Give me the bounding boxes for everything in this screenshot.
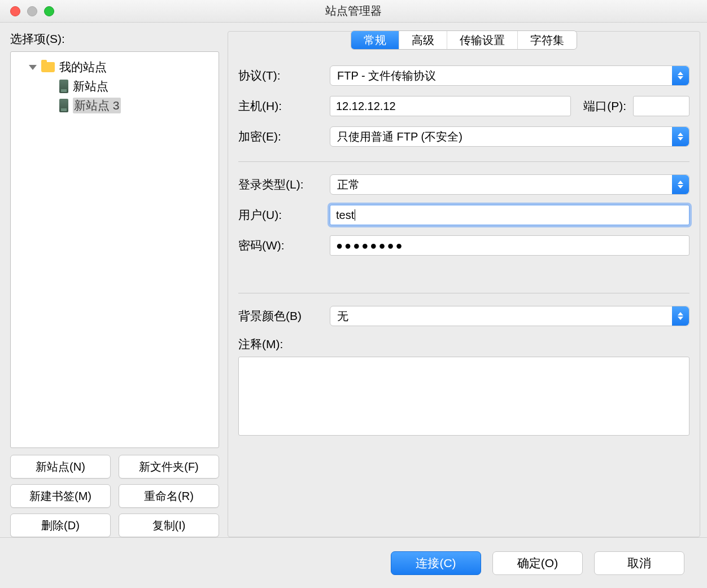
protocol-select[interactable]: FTP - 文件传输协议 — [330, 65, 689, 86]
tree-root-label: 我的站点 — [59, 59, 107, 75]
bottom-bar: 连接(C) 确定(O) 取消 — [0, 537, 707, 588]
logon-type-label: 登录类型(L): — [238, 177, 323, 192]
window-title: 站点管理器 — [0, 3, 707, 19]
logon-type-value: 正常 — [337, 177, 360, 192]
protocol-label: 协议(T): — [238, 68, 323, 84]
user-input[interactable]: test — [330, 205, 689, 225]
tab-general[interactable]: 常规 — [351, 31, 399, 49]
delete-button[interactable]: 删除(D) — [10, 514, 111, 537]
user-value: test — [336, 209, 354, 222]
tree-item[interactable]: 新站点 — [15, 77, 214, 96]
text-cursor — [355, 209, 355, 221]
left-panel: 选择项(S): 我的站点 新站点 新站点 3 新站点(N) 新文件夹(F) 新建… — [10, 31, 219, 537]
comment-textarea[interactable] — [238, 357, 689, 436]
new-site-button[interactable]: 新站点(N) — [10, 455, 111, 479]
entries-label: 选择项(S): — [10, 31, 219, 47]
tree-item-label: 新站点 3 — [73, 98, 121, 113]
tree-root[interactable]: 我的站点 — [15, 58, 214, 77]
folder-icon — [41, 62, 55, 72]
copy-button[interactable]: 复制(I) — [119, 514, 219, 537]
protocol-value: FTP - 文件传输协议 — [337, 68, 436, 84]
host-input[interactable] — [330, 96, 571, 116]
disclosure-icon[interactable] — [29, 65, 37, 70]
bgcolor-value: 无 — [337, 309, 348, 324]
user-label: 用户(U): — [238, 207, 323, 223]
tab-advanced[interactable]: 高级 — [399, 31, 447, 49]
password-value: ●●●●●●●● — [336, 239, 404, 252]
dropdown-arrows-icon — [672, 306, 689, 326]
divider — [238, 161, 689, 162]
tab-transfer[interactable]: 传输设置 — [447, 31, 518, 49]
port-label: 端口(P): — [583, 98, 626, 114]
dropdown-arrows-icon — [672, 127, 689, 146]
new-folder-button[interactable]: 新文件夹(F) — [119, 455, 219, 479]
tree-item-label: 新站点 — [73, 78, 108, 94]
comment-label: 注释(M): — [238, 336, 323, 352]
ok-button[interactable]: 确定(O) — [492, 551, 583, 575]
bgcolor-select[interactable]: 无 — [330, 306, 689, 326]
encryption-label: 加密(E): — [238, 129, 323, 144]
titlebar: 站点管理器 — [0, 0, 707, 23]
rename-button[interactable]: 重命名(R) — [119, 484, 219, 508]
right-panel: 常规 高级 传输设置 字符集 协议(T): FTP - 文件传输协议 主机(H)… — [228, 31, 700, 537]
host-label: 主机(H): — [238, 98, 323, 114]
divider — [238, 293, 689, 293]
cancel-button[interactable]: 取消 — [594, 551, 684, 575]
server-icon — [59, 80, 68, 93]
tab-charset[interactable]: 字符集 — [518, 31, 577, 49]
password-label: 密码(W): — [238, 238, 323, 253]
password-input[interactable]: ●●●●●●●● — [330, 235, 689, 256]
port-input[interactable] — [633, 96, 689, 116]
new-bookmark-button[interactable]: 新建书签(M) — [10, 484, 111, 508]
tab-bar: 常规 高级 传输设置 字符集 — [351, 30, 577, 50]
bgcolor-label: 背景颜色(B) — [238, 308, 323, 324]
encryption-select[interactable]: 只使用普通 FTP (不安全) — [330, 126, 689, 147]
encryption-value: 只使用普通 FTP (不安全) — [337, 129, 462, 144]
logon-type-select[interactable]: 正常 — [330, 174, 689, 195]
site-tree[interactable]: 我的站点 新站点 新站点 3 — [10, 51, 219, 448]
tree-item[interactable]: 新站点 3 — [15, 96, 214, 115]
connect-button[interactable]: 连接(C) — [391, 551, 481, 575]
dropdown-arrows-icon — [672, 175, 689, 194]
dropdown-arrows-icon — [672, 66, 689, 85]
server-icon — [59, 99, 68, 112]
